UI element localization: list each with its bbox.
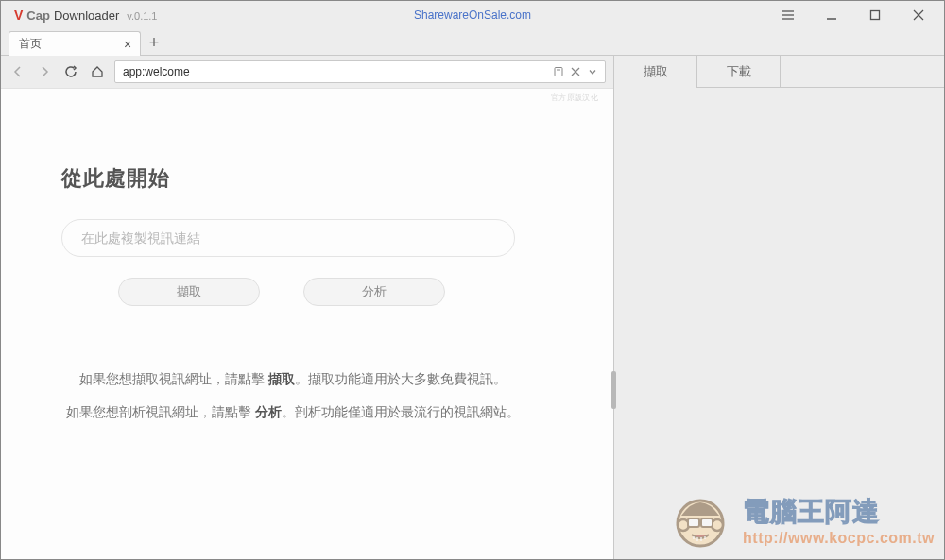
brand-cap: Cap xyxy=(26,8,50,23)
maximize-icon[interactable] xyxy=(867,7,884,24)
svg-rect-4 xyxy=(871,11,880,20)
nav-forward-icon[interactable] xyxy=(35,62,54,81)
nav-back-icon[interactable] xyxy=(9,62,27,81)
analyze-button[interactable]: 分析 xyxy=(303,278,445,306)
app-body: 官方原版汉化 從此處開始 擷取 分析 如果您想擷取視訊網址，請點擊 擷取。擷取功… xyxy=(1,56,944,559)
welcome-page: 官方原版汉化 從此處開始 擷取 分析 如果您想擷取視訊網址，請點擊 擷取。擷取功… xyxy=(1,88,613,559)
browser-pane: 官方原版汉化 從此處開始 擷取 分析 如果您想擷取視訊網址，請點擊 擷取。擷取功… xyxy=(1,56,613,559)
right-tabs: 擷取 下載 xyxy=(614,56,944,88)
splitter-handle[interactable] xyxy=(611,371,616,409)
page-heading: 從此處開始 xyxy=(61,164,553,193)
address-dropdown-icon[interactable] xyxy=(584,63,601,80)
tab-strip: 首页 × + xyxy=(1,29,944,56)
video-url-input[interactable] xyxy=(81,230,495,246)
browser-navbar xyxy=(1,56,613,88)
nav-home-icon[interactable] xyxy=(88,62,107,81)
capture-button[interactable]: 擷取 xyxy=(118,278,260,306)
video-url-box[interactable] xyxy=(61,219,515,257)
brand-name: Downloader xyxy=(54,8,119,23)
right-panel: 擷取 下載 xyxy=(613,56,944,559)
window-controls xyxy=(780,7,936,24)
right-tab-capture[interactable]: 擷取 xyxy=(614,56,697,87)
address-clear-icon[interactable] xyxy=(567,63,584,80)
tab-title: 首页 xyxy=(19,36,121,52)
app-window: VCap Downloader v.0.1.1 SharewareOnSale.… xyxy=(0,0,945,560)
address-bar[interactable] xyxy=(114,60,606,83)
app-brand: VCap Downloader v.0.1.1 xyxy=(14,8,158,23)
source-label: 官方原版汉化 xyxy=(551,93,598,103)
action-row: 擷取 分析 xyxy=(61,278,553,306)
new-tab-button[interactable]: + xyxy=(141,30,167,55)
title-bar: VCap Downloader v.0.1.1 SharewareOnSale.… xyxy=(1,1,944,29)
brand-v: V xyxy=(14,8,23,23)
hint-line-1: 如果您想擷取視訊網址，請點擊 擷取。擷取功能適用於大多數免費視訊。 xyxy=(61,363,524,396)
svg-rect-7 xyxy=(555,68,562,76)
menu-icon[interactable] xyxy=(780,7,797,24)
nav-reload-icon[interactable] xyxy=(61,62,80,81)
right-panel-body xyxy=(614,88,944,559)
minimize-icon[interactable] xyxy=(823,7,840,24)
address-input[interactable] xyxy=(123,65,550,78)
hint-text: 如果您想擷取視訊網址，請點擊 擷取。擷取功能適用於大多數免費視訊。 如果您想剖析… xyxy=(61,363,524,429)
close-icon[interactable] xyxy=(910,7,927,24)
brand-version: v.0.1.1 xyxy=(127,10,157,22)
tab-home[interactable]: 首页 × xyxy=(9,31,141,56)
hint-line-2: 如果您想剖析視訊網址，請點擊 分析。剖析功能僅適用於最流行的視訊網站。 xyxy=(61,396,524,429)
right-tab-download[interactable]: 下載 xyxy=(697,56,781,87)
tab-close-icon[interactable]: × xyxy=(121,38,134,51)
bookmark-icon[interactable] xyxy=(550,63,567,80)
